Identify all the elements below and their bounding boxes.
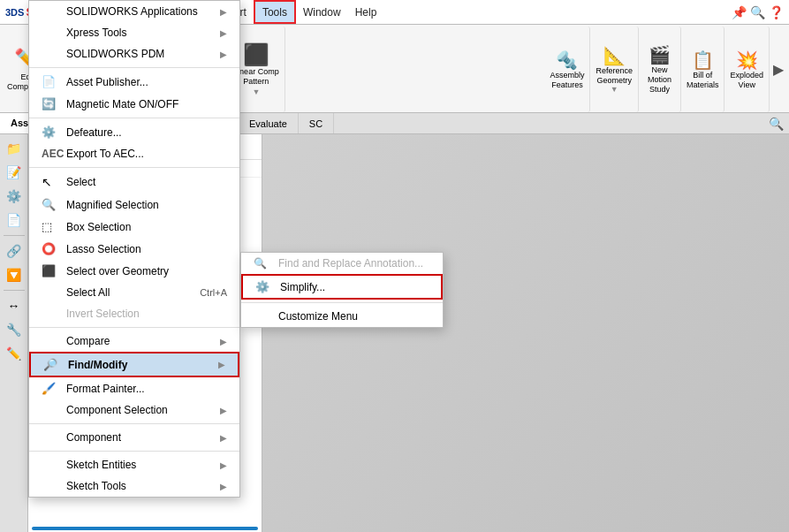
arrow-right-component: ▶ [220, 433, 227, 443]
menu-find-modify[interactable]: 🔎 Find/Modify ▶ [29, 352, 239, 377]
asset-publisher-icon: 📄 [42, 75, 59, 88]
menu-format-painter[interactable]: 🖌️ Format Painter... [29, 377, 239, 399]
menu-magnetic-mate[interactable]: 🔄 Magnetic Mate ON/OFF [29, 93, 239, 115]
menu-box-selection[interactable]: ⬚ Box Selection [29, 216, 239, 238]
menu-invert-selection: Invert Selection [29, 303, 239, 324]
ribbon-reference-geometry[interactable]: 📐 ReferenceGeometry ▼ [590, 27, 639, 112]
sidebar-icon-propertymanager[interactable]: 📝 [4, 162, 25, 183]
arrow-right-component-selection: ▶ [220, 406, 227, 415]
menu-magnified-selection[interactable]: 🔍 Magnified Selection [29, 194, 239, 216]
magnified-selection-icon: 🔍 [42, 198, 59, 211]
ribbon-bill-of-materials[interactable]: 📋 Bill ofMaterials [681, 27, 725, 112]
help-icon[interactable]: ❓ [769, 5, 784, 19]
menu-sketch-entities[interactable]: Sketch Entities ▶ [29, 454, 239, 475]
format-painter-icon: 🖌️ [42, 382, 59, 395]
sidebar-icon-arrows[interactable]: ↔️ [4, 295, 25, 316]
sidebar-icon-pencil[interactable]: ✏️ [4, 343, 25, 364]
magnetic-mate-icon: 🔄 [42, 97, 59, 110]
search-toolbar-icon[interactable]: 🔍 [763, 113, 789, 133]
menu-solidworks-apps[interactable]: SOLIDWORKS Applications ▶ [29, 1, 239, 22]
menu-window[interactable]: Window [296, 0, 348, 24]
box-selection-icon: ⬚ [42, 220, 59, 233]
arrow-right-sketch-entities: ▶ [220, 460, 227, 470]
lasso-selection-icon: ⭕ [42, 242, 59, 255]
search-icon[interactable]: 🔍 [750, 5, 765, 19]
select-all-shortcut: Ctrl+A [182, 287, 227, 298]
sidebar-icon-filter[interactable]: 🔽 [4, 264, 25, 285]
submenu-find-replace: 🔍 Find and Replace Annotation... [241, 253, 443, 274]
viewport-area: SOLIDWORKS Applications ▶ Xpress Tools ▶… [262, 134, 789, 532]
find-modify-submenu: 🔍 Find and Replace Annotation... ⚙️ Simp… [240, 252, 444, 328]
menu-defeature[interactable]: ⚙️ Defeature... [29, 121, 239, 143]
menu-component-selection[interactable]: Component Selection ▶ [29, 399, 239, 421]
sidebar-icon-featuremanager[interactable]: 📁 [4, 138, 25, 159]
sidebar-icon-configurationmanager[interactable]: ⚙️ [4, 186, 25, 207]
menu-export-aec[interactable]: AEC Export To AEC... [29, 143, 239, 164]
find-replace-icon: 🔍 [254, 257, 271, 270]
submenu-customize-menu[interactable]: Customize Menu [241, 306, 443, 327]
find-modify-icon: 🔎 [43, 358, 61, 371]
tab-evaluate[interactable]: Evaluate [239, 113, 299, 133]
tab-sc[interactable]: SC [299, 113, 334, 133]
menu-select[interactable]: ↖ Select [29, 171, 239, 194]
sidebar-icon-dxf[interactable]: 📄 [4, 209, 25, 231]
menu-component[interactable]: Component ▶ [29, 427, 239, 448]
defeature-icon: ⚙️ [42, 125, 59, 139]
menu-select-over-geometry[interactable]: ⬛ Select over Geometry [29, 260, 239, 282]
tree-progress-bar [32, 527, 258, 530]
arrow-right-icon3: ▶ [220, 49, 227, 59]
simplify-icon: ⚙️ [255, 280, 273, 293]
menu-tools[interactable]: Tools [254, 0, 296, 24]
select-icon: ↖ [42, 175, 59, 189]
ribbon-exploded-view[interactable]: 💥 ExplodedView [725, 27, 770, 112]
menu-help[interactable]: Help [348, 0, 384, 24]
ribbon-more-arrow[interactable]: ▶ [770, 27, 787, 112]
left-sidebar: 📁 📝 ⚙️ 📄 🔗 🔽 ↔️ 🔧 ✏️ [0, 134, 28, 532]
arrow-right-compare: ▶ [220, 337, 227, 346]
menu-lasso-selection[interactable]: ⭕ Lasso Selection [29, 238, 239, 260]
menu-asset-publisher[interactable]: 📄 Asset Publisher... [29, 71, 239, 93]
menu-solidworks-pdm[interactable]: SOLIDWORKS PDM ▶ [29, 43, 239, 65]
export-aec-icon: AEC [42, 148, 59, 160]
menu-xpress-tools[interactable]: Xpress Tools ▶ [29, 22, 239, 43]
arrow-right-find-modify: ▶ [218, 360, 225, 369]
menu-sketch-tools[interactable]: Sketch Tools ▶ [29, 475, 239, 497]
arrow-right-icon2: ▶ [220, 28, 227, 38]
menu-compare[interactable]: Compare ▶ [29, 331, 239, 352]
sidebar-icon-tools[interactable]: 🔧 [4, 319, 25, 340]
toolbar-pin-icon[interactable]: 📌 [732, 5, 747, 19]
ribbon-assembly-features[interactable]: 🔩 AssemblyFeatures [544, 27, 590, 112]
sidebar-icon-mate[interactable]: 🔗 [4, 240, 25, 262]
arrow-right-icon: ▶ [220, 7, 227, 17]
menu-select-all[interactable]: Select All Ctrl+A [29, 282, 239, 303]
select-over-geometry-icon: ⬛ [42, 264, 59, 277]
arrow-right-sketch-tools: ▶ [220, 482, 227, 491]
submenu-simplify[interactable]: ⚙️ Simplify... [241, 274, 443, 300]
tools-dropdown-menu: SOLIDWORKS Applications ▶ Xpress Tools ▶… [28, 0, 240, 498]
viewport-canvas[interactable] [262, 134, 789, 532]
main-area: 📁 📝 ⚙️ 📄 🔗 🔽 ↔️ 🔧 ✏️ 🏠 ▤ ⊞ ☰ ⭐ 📊 🎨 ▶ 🔽 F… [0, 134, 789, 532]
ds-logo: 3DS [5, 7, 24, 18]
ribbon-new-motion-study[interactable]: 🎬 NewMotionStudy [639, 27, 681, 112]
